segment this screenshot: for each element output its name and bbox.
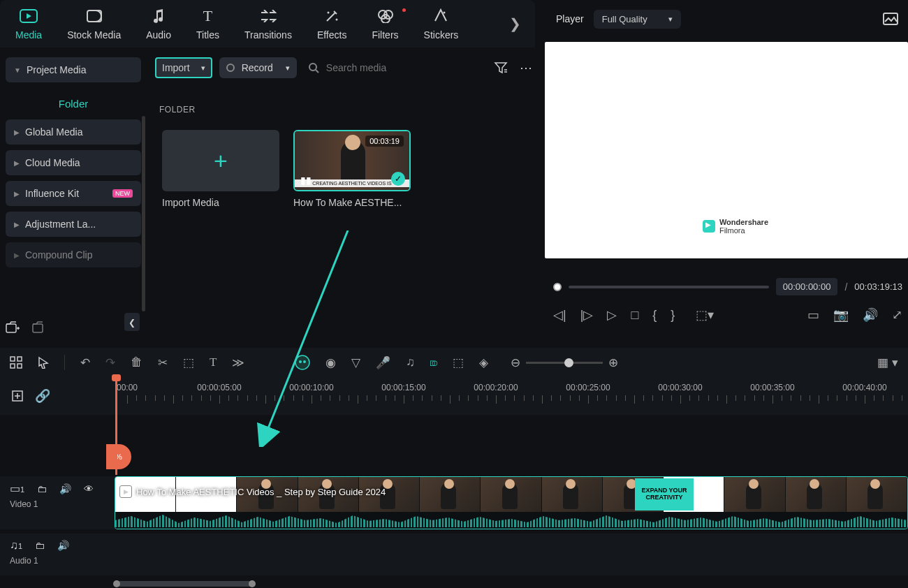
add-track-icon[interactable]: [11, 390, 24, 402]
audio-track-body[interactable]: [115, 534, 908, 575]
mic-icon[interactable]: 🎤: [376, 355, 390, 370]
tabs-next-arrow[interactable]: ❯: [509, 15, 521, 32]
tab-filters[interactable]: Filters: [365, 4, 405, 43]
crop-icon[interactable]: ⬚: [183, 355, 194, 370]
camera-icon[interactable]: 📷: [833, 307, 849, 323]
record-button[interactable]: Record ▾: [219, 57, 297, 78]
delete-folder-icon[interactable]: [32, 321, 46, 334]
folder-icon[interactable]: 🗀: [35, 540, 45, 551]
sidebar-influence-kit[interactable]: ▶Influence KitNEW: [6, 181, 141, 206]
playhead[interactable]: [115, 377, 117, 475]
tab-label: Audio: [146, 29, 171, 41]
sidebar-cloud-media[interactable]: ▶Cloud Media: [6, 150, 141, 175]
more-tools-icon[interactable]: ≫: [232, 355, 244, 370]
player-title: Player: [556, 13, 584, 24]
effects-icon: [323, 7, 341, 25]
current-time: 00:00:00:00: [776, 278, 838, 295]
folder-icon[interactable]: 🗀: [37, 483, 47, 494]
tab-effects[interactable]: Effects: [310, 4, 354, 43]
sidebar-scrollbar[interactable]: [142, 116, 145, 311]
chevron-down-icon: ▼: [14, 66, 21, 74]
stop-icon[interactable]: □: [631, 308, 638, 323]
tab-media[interactable]: Media: [8, 4, 49, 43]
mark-in-icon[interactable]: {: [652, 308, 657, 323]
keyframe-icon[interactable]: ◈: [479, 355, 488, 370]
zoom-slider[interactable]: [526, 362, 603, 364]
seek-knob[interactable]: [553, 283, 562, 291]
play-icon[interactable]: ▷: [607, 307, 617, 323]
search-input[interactable]: [326, 62, 424, 73]
mixer-icon[interactable]: ♫: [406, 355, 415, 369]
timeline-ruler[interactable]: 00:00 00:00:05:00 00:00:10:00 00:00:15:0…: [115, 377, 908, 415]
color-icon[interactable]: ◉: [325, 355, 336, 370]
chevron-right-icon: ▶: [14, 190, 20, 198]
import-button[interactable]: Import ▾: [155, 57, 212, 78]
volume-icon[interactable]: 🔊: [863, 307, 878, 323]
sidebar-project-media[interactable]: ▼Project Media: [6, 57, 141, 82]
delete-icon[interactable]: 🗑: [131, 355, 142, 369]
tab-stock-media[interactable]: Stock Media: [60, 4, 128, 43]
tab-transitions[interactable]: Transitions: [237, 4, 299, 43]
zoom-knob[interactable]: [564, 358, 573, 367]
zoom-in-icon[interactable]: ⊕: [608, 355, 618, 370]
tab-label: Filters: [372, 29, 398, 41]
ratio-icon[interactable]: ⬚▾: [696, 307, 714, 323]
grid-icon[interactable]: [10, 356, 22, 369]
tab-stickers[interactable]: Stickers: [417, 4, 466, 43]
stock-icon: [85, 7, 103, 25]
tab-titles[interactable]: T Titles: [189, 4, 226, 43]
mark-out-icon[interactable]: }: [671, 308, 675, 323]
watermark: WondershareFilmora: [703, 218, 768, 235]
sidebar-global-media[interactable]: ▶Global Media: [6, 119, 141, 145]
zoom-out-icon[interactable]: ⊖: [511, 355, 520, 370]
clip-duration: 00:03:19: [365, 135, 404, 147]
svg-point-16: [295, 355, 309, 369]
media-clip-card[interactable]: CREATING AESTHETIC VIDEOS IS 00:03:19 ▮▮…: [293, 130, 411, 208]
sidebar-folder[interactable]: Folder: [6, 88, 141, 119]
sidebar-collapse[interactable]: ❮: [124, 313, 140, 331]
filter-icon[interactable]: [494, 61, 508, 74]
fullscreen-icon[interactable]: ⤢: [892, 307, 902, 323]
quality-value: Full Quality: [602, 14, 647, 24]
view-mode-icon[interactable]: ▦ ▾: [877, 355, 898, 370]
sidebar-compound-clip[interactable]: ▶Compound Clip: [6, 242, 141, 267]
play-reverse-icon[interactable]: |▷: [580, 307, 594, 323]
tab-label: Stock Media: [67, 29, 121, 41]
tab-audio[interactable]: Audio: [139, 4, 178, 43]
cut-icon[interactable]: ✂: [158, 355, 168, 370]
chevron-right-icon: ▶: [14, 128, 20, 136]
video-clip[interactable]: ▶ How To Make AESTHETIC Videos _ Step by…: [115, 476, 908, 529]
mute-icon[interactable]: 🔊: [59, 483, 71, 494]
undo-icon[interactable]: ↶: [80, 355, 90, 370]
redo-icon[interactable]: ↷: [105, 355, 115, 370]
visibility-icon[interactable]: 👁: [84, 483, 94, 494]
video-track-icon: ▭1: [10, 482, 24, 495]
import-media-card[interactable]: + Import Media: [162, 130, 279, 208]
magnet-icon[interactable]: ⎄: [430, 355, 437, 369]
more-icon[interactable]: ⋯: [520, 60, 532, 75]
timeline-scrollbar[interactable]: [115, 581, 254, 587]
svg-point-11: [309, 64, 316, 71]
sidebar-adjustment-layer[interactable]: ▶Adjustment La...: [6, 212, 141, 237]
link-icon[interactable]: 🔗: [35, 388, 50, 404]
media-title: Import Media: [162, 197, 279, 208]
quality-dropdown[interactable]: Full Quality ▾: [594, 10, 681, 29]
tab-label: Titles: [196, 29, 219, 41]
render-icon[interactable]: ⬚: [453, 355, 464, 370]
chevron-right-icon: ▶: [14, 159, 20, 167]
snapshot-icon[interactable]: [883, 13, 898, 25]
ai-assist-icon[interactable]: [295, 355, 310, 370]
ai-badge[interactable]: %: [106, 444, 131, 469]
tab-label: Transitions: [244, 29, 292, 41]
mute-icon[interactable]: 🔊: [57, 540, 69, 551]
titles-icon: T: [198, 7, 217, 25]
text-icon[interactable]: T: [210, 355, 217, 369]
pointer-icon[interactable]: [38, 356, 49, 369]
marker-icon[interactable]: ▽: [351, 355, 360, 370]
display-icon[interactable]: ▭: [807, 307, 819, 323]
new-folder-icon[interactable]: [6, 321, 20, 334]
prev-frame-icon[interactable]: ◁|: [553, 307, 566, 323]
chevron-down-icon: ▾: [201, 64, 205, 73]
seek-track[interactable]: [569, 286, 769, 288]
svg-rect-12: [10, 357, 15, 361]
